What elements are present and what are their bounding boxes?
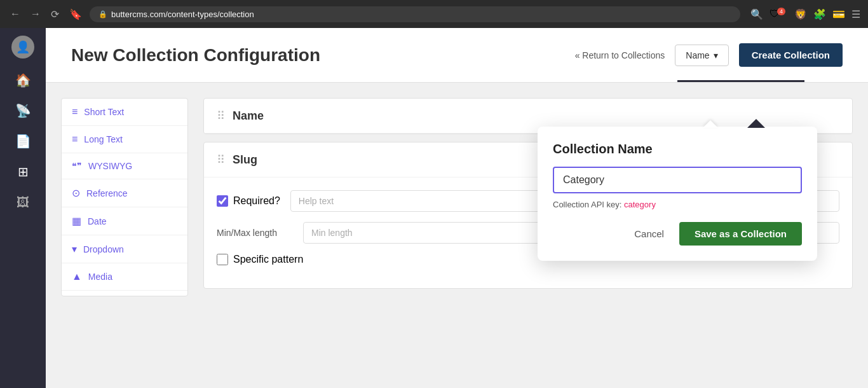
- field-type-label: Reference: [86, 188, 128, 198]
- browser-icons: 🔍 🛡4 🦁 🧩 💳 ☰: [750, 8, 860, 20]
- field-type-label: Media: [88, 272, 112, 282]
- sidebar-item-pages[interactable]: 📄: [9, 127, 37, 155]
- browser-chrome: ← → ⟳ 🔖 🔒 buttercms.com/content-types/co…: [0, 0, 868, 28]
- long-text-icon: ≡: [72, 134, 78, 145]
- wallet-icon[interactable]: 💳: [832, 8, 845, 20]
- sidebar: 👤 🏠 📡 📄 ⊞ 🖼: [0, 28, 46, 388]
- collection-name-input[interactable]: [553, 167, 802, 193]
- return-to-collections-link[interactable]: « Return to Collections: [575, 50, 665, 60]
- field-type-wysiwyg[interactable]: ❝❞ WYSIWYG: [62, 153, 187, 179]
- short-text-icon: ≡: [72, 106, 78, 118]
- page-title: New Collection Configuration: [71, 45, 320, 66]
- forward-button[interactable]: →: [28, 6, 43, 22]
- reload-button[interactable]: ⟳: [48, 6, 62, 23]
- url-text: buttercms.com/content-types/collection: [111, 10, 254, 19]
- specific-pattern-label: Specific pattern: [233, 254, 303, 265]
- main-content: New Collection Configuration « Return to…: [46, 28, 868, 388]
- specific-pattern-checkbox[interactable]: [217, 254, 228, 265]
- brave-icon[interactable]: 🦁: [794, 8, 807, 20]
- field-type-label: Date: [88, 216, 107, 226]
- dropdown-icon: ▾: [72, 243, 77, 255]
- create-collection-button[interactable]: Create Collection: [739, 43, 843, 67]
- popup-actions: Cancel Save as a Collection: [553, 222, 802, 246]
- media-icon: ▲: [72, 271, 82, 282]
- field-type-label: WYSIWYG: [88, 161, 132, 171]
- popup-title: Collection Name: [553, 142, 802, 156]
- popup-arrow-dark: [747, 119, 765, 128]
- header-active-bar: [677, 80, 804, 82]
- slug-field-label: Slug: [233, 153, 257, 167]
- required-checkbox[interactable]: [217, 195, 228, 207]
- header-actions: « Return to Collections Name ▾ Create Co…: [575, 43, 843, 67]
- field-type-short-text[interactable]: ≡ Short Text: [62, 99, 187, 126]
- reference-icon: ⊙: [72, 187, 80, 199]
- menu-icon[interactable]: ☰: [851, 8, 860, 20]
- back-button[interactable]: ←: [8, 6, 23, 22]
- sidebar-item-media[interactable]: 🖼: [9, 188, 37, 216]
- name-dropdown-label: Name: [686, 50, 709, 60]
- page-header: New Collection Configuration « Return to…: [46, 28, 868, 83]
- field-type-label: Short Text: [84, 107, 124, 117]
- save-as-collection-button[interactable]: Save as a Collection: [679, 222, 802, 246]
- address-bar: 🔒 buttercms.com/content-types/collection: [90, 6, 740, 22]
- field-types-panel: ≡ Short Text ≡ Long Text ❝❞ WYSIWYG ⊙ Re…: [61, 98, 188, 296]
- chevron-down-icon: ▾: [714, 50, 718, 60]
- required-label: Required?: [233, 195, 280, 207]
- sidebar-item-blog[interactable]: 📡: [9, 97, 37, 125]
- required-checkbox-wrap: Required?: [217, 195, 280, 207]
- lock-icon: 🔒: [98, 10, 107, 18]
- collection-name-popup: Collection Name Collection API key: cate…: [538, 127, 817, 261]
- date-icon: ▦: [72, 215, 81, 227]
- sidebar-item-home[interactable]: 🏠: [9, 66, 37, 94]
- api-key-label: Collection API key:: [553, 200, 621, 209]
- sidebar-item-collections[interactable]: ⊞: [9, 158, 37, 186]
- popup-arrow: [703, 120, 718, 128]
- field-type-label: Dropdown: [83, 244, 124, 254]
- bookmark-button[interactable]: 🔖: [67, 6, 85, 23]
- specific-pattern-wrap: Specific pattern: [217, 254, 303, 265]
- wysiwyg-icon: ❝❞: [72, 161, 82, 171]
- min-max-label: Min/Max length: [217, 228, 293, 238]
- field-type-long-text[interactable]: ≡ Long Text: [62, 126, 187, 153]
- field-type-dropdown[interactable]: ▾ Dropdown: [62, 235, 187, 263]
- extensions-icon[interactable]: 🧩: [813, 8, 826, 20]
- shield-icon: 🛡4: [770, 8, 788, 20]
- field-type-date[interactable]: ▦ Date: [62, 207, 187, 235]
- min-length-input[interactable]: [303, 222, 567, 244]
- app-container: 👤 🏠 📡 📄 ⊞ 🖼 New Collection Configuration…: [0, 28, 868, 388]
- field-type-media[interactable]: ▲ Media: [62, 263, 187, 291]
- field-type-reference[interactable]: ⊙ Reference: [62, 179, 187, 207]
- api-key-row: Collection API key: category: [553, 200, 802, 209]
- cancel-button[interactable]: Cancel: [627, 223, 672, 244]
- drag-handle-name[interactable]: ⠿: [217, 109, 225, 123]
- name-dropdown[interactable]: Name ▾: [675, 45, 728, 66]
- drag-handle-slug[interactable]: ⠿: [217, 153, 225, 167]
- search-icon[interactable]: 🔍: [750, 8, 763, 20]
- api-key-value: category: [624, 200, 656, 209]
- name-field-label: Name: [233, 109, 264, 123]
- field-type-label: Long Text: [84, 134, 122, 144]
- avatar[interactable]: 👤: [11, 36, 34, 59]
